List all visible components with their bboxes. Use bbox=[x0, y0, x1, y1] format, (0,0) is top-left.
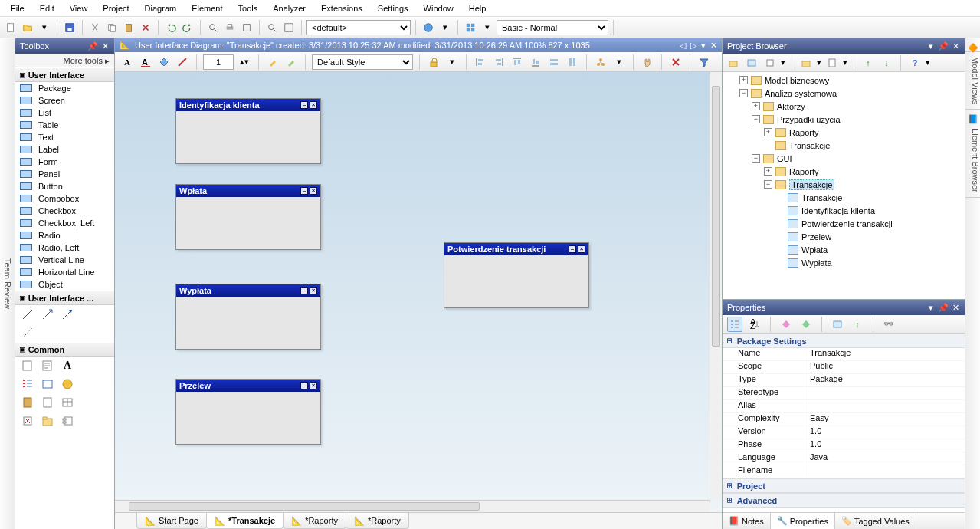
menu-tools[interactable]: Tools bbox=[231, 2, 266, 15]
categorized-icon[interactable] bbox=[727, 317, 742, 332]
menu-help[interactable]: Help bbox=[461, 2, 494, 15]
align-bottom-icon[interactable] bbox=[528, 54, 543, 70]
close-icon[interactable]: × bbox=[310, 287, 317, 294]
filter-icon[interactable] bbox=[696, 54, 712, 70]
toolbox-group-ui[interactable]: ▣User Interface bbox=[15, 67, 114, 82]
toolbox-item-panel[interactable]: Panel bbox=[15, 168, 114, 180]
menu-element[interactable]: Element bbox=[184, 2, 230, 15]
list-icon[interactable] bbox=[21, 378, 34, 390]
element-browser-icon[interactable]: 📘 bbox=[965, 110, 980, 123]
property-row[interactable]: NameTransakcje bbox=[723, 348, 965, 361]
collapse-icon[interactable]: − bbox=[739, 89, 748, 97]
team-review-tab[interactable]: Team Review bbox=[0, 38, 15, 529]
down-icon[interactable]: ↓ bbox=[879, 55, 894, 71]
web-icon[interactable] bbox=[421, 20, 436, 35]
same-height-icon[interactable] bbox=[565, 54, 580, 70]
collapse-icon[interactable]: − bbox=[752, 154, 760, 163]
new-icon[interactable] bbox=[3, 20, 18, 35]
close-icon[interactable]: × bbox=[310, 101, 317, 109]
toolbox-group-ui2[interactable]: ▣User Interface ... bbox=[15, 291, 114, 305]
expand-icon[interactable]: + bbox=[764, 167, 772, 176]
horizontal-scrollbar[interactable] bbox=[115, 500, 710, 512]
menu-window[interactable]: Window bbox=[416, 2, 461, 15]
delete-diagram-icon[interactable] bbox=[668, 54, 683, 70]
dash-tool-icon[interactable] bbox=[21, 327, 34, 339]
line-color-icon[interactable] bbox=[175, 54, 190, 70]
close-icon[interactable]: × bbox=[310, 187, 317, 195]
tool-icon[interactable] bbox=[239, 20, 254, 35]
property-row[interactable]: LanguageJava bbox=[723, 452, 965, 465]
del-icon[interactable] bbox=[21, 415, 34, 427]
close-icon[interactable]: ✕ bbox=[100, 41, 110, 51]
tree-node[interactable]: −Przypadki uzycia bbox=[723, 113, 965, 126]
line-weight-input[interactable] bbox=[203, 54, 234, 70]
folder-icon[interactable] bbox=[798, 55, 814, 71]
menu-extensions[interactable]: Extensions bbox=[313, 2, 370, 15]
align-left-icon[interactable] bbox=[473, 54, 488, 70]
close-icon[interactable]: ✕ bbox=[710, 41, 717, 51]
pin-icon[interactable]: 📌 bbox=[939, 41, 948, 51]
comp-icon[interactable] bbox=[61, 415, 74, 427]
property-row[interactable]: Alias bbox=[723, 400, 965, 413]
tree-node[interactable]: +Aktorzy bbox=[723, 100, 965, 113]
diamond2-icon[interactable] bbox=[798, 317, 814, 332]
toolbox-item-checkbox-left[interactable]: Checkbox, Left bbox=[15, 217, 114, 229]
property-row[interactable]: Stereotype bbox=[723, 387, 965, 400]
cut-icon[interactable] bbox=[87, 20, 103, 35]
property-row[interactable]: Filename bbox=[723, 465, 965, 478]
new-element-icon[interactable] bbox=[762, 55, 778, 71]
props-group-package[interactable]: ⊟Package Settings bbox=[723, 334, 965, 348]
collapse-icon[interactable]: − bbox=[752, 115, 760, 123]
property-value[interactable]: Public bbox=[805, 361, 965, 374]
toolbox-item-table[interactable]: Table bbox=[15, 119, 114, 131]
diamond-icon[interactable] bbox=[778, 317, 794, 332]
property-value[interactable]: Package bbox=[805, 374, 965, 387]
model-views-icon[interactable]: 🔶 bbox=[965, 38, 980, 52]
menu-file[interactable]: File bbox=[3, 2, 32, 15]
property-value[interactable] bbox=[805, 400, 965, 413]
toolbox-item-combobox[interactable]: Combobox bbox=[15, 192, 114, 205]
menu-settings[interactable]: Settings bbox=[370, 2, 416, 15]
globe-icon[interactable] bbox=[61, 378, 74, 390]
close-icon[interactable]: ✕ bbox=[951, 303, 960, 312]
note-icon[interactable] bbox=[21, 360, 34, 372]
property-row[interactable]: ComplexityEasy bbox=[723, 413, 965, 426]
toolbox-item-text[interactable]: Text bbox=[15, 131, 114, 143]
tree-node[interactable]: −Transakcje bbox=[723, 178, 965, 191]
open-icon[interactable] bbox=[20, 20, 35, 35]
close-icon[interactable]: × bbox=[578, 245, 585, 253]
pin-icon[interactable]: 📌 bbox=[939, 303, 948, 312]
tree-node[interactable]: Wypłata bbox=[723, 256, 965, 269]
text-icon[interactable]: A bbox=[61, 360, 74, 372]
doc-icon[interactable] bbox=[824, 55, 840, 71]
font-color-icon[interactable]: A bbox=[138, 54, 153, 70]
props-tab-properties[interactable]: 🔧Properties bbox=[771, 513, 835, 529]
close-icon[interactable]: × bbox=[310, 382, 317, 389]
ui-window-potwierdzenie-transakcji[interactable]: Potwierdzenie transakcji–× bbox=[444, 242, 589, 308]
props-group-project[interactable]: ⊞Project bbox=[723, 478, 965, 493]
nav-left-icon[interactable]: ◁ bbox=[680, 41, 686, 51]
expand-icon[interactable]: + bbox=[764, 128, 772, 136]
save-icon[interactable] bbox=[62, 20, 77, 35]
zoom-icon[interactable] bbox=[264, 20, 280, 35]
minimize-icon[interactable]: – bbox=[300, 187, 308, 195]
line-tool-icon[interactable] bbox=[21, 308, 34, 320]
toolbox-item-object[interactable]: Object bbox=[15, 278, 114, 291]
toolbox-item-form[interactable]: Form bbox=[15, 156, 114, 168]
dropdown-icon[interactable]: ▾ bbox=[926, 41, 936, 51]
toolbox-item-vertical-line[interactable]: Vertical Line bbox=[15, 254, 114, 266]
up-icon[interactable]: ↑ bbox=[860, 55, 876, 71]
card-icon[interactable] bbox=[41, 378, 54, 390]
toolbox-item-package[interactable]: Package bbox=[15, 82, 114, 94]
property-value[interactable]: 1.0 bbox=[805, 426, 965, 439]
tree-node[interactable]: Transakcje bbox=[723, 191, 965, 204]
collapse-icon[interactable]: − bbox=[764, 180, 772, 189]
ui-window-identyfikacja-klienta[interactable]: Identyfikacja klienta–× bbox=[175, 98, 321, 164]
help-icon[interactable]: ▾ bbox=[438, 20, 453, 35]
property-row[interactable]: Phase1.0 bbox=[723, 439, 965, 452]
expand-icon[interactable]: + bbox=[739, 76, 748, 84]
hand-icon[interactable] bbox=[640, 54, 655, 70]
ui-window-wyp-ata[interactable]: Wypłata–× bbox=[175, 284, 321, 350]
toolbox-item-horizontal-line[interactable]: Horizontal Line bbox=[15, 266, 114, 278]
menu-analyzer[interactable]: Analyzer bbox=[265, 2, 313, 15]
